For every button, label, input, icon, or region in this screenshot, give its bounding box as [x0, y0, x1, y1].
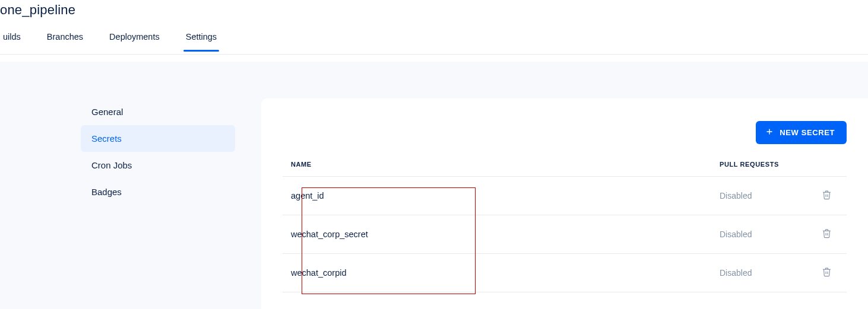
table-header-row: NAME PULL REQUESTS [283, 161, 847, 177]
sidemenu-item-cron-jobs[interactable]: Cron Jobs [81, 152, 235, 179]
secret-name: wechat_corp_secret [291, 230, 720, 239]
secret-name: agent_id [291, 191, 720, 200]
page-title: one_pipeline [0, 2, 868, 18]
sidemenu-item-badges[interactable]: Badges [81, 179, 235, 205]
table-header-pull-requests: PULL REQUESTS [720, 161, 815, 168]
tab-deployments[interactable]: Deployments [108, 32, 161, 51]
sidemenu-item-secrets[interactable]: Secrets [81, 125, 235, 152]
trash-icon [822, 267, 832, 279]
table-row: agent_id Disabled [283, 177, 847, 215]
secrets-table: NAME PULL REQUESTS agent_id Disabled wec… [283, 161, 847, 292]
new-secret-button[interactable]: NEW SECRET [756, 121, 847, 144]
delete-secret-button[interactable] [815, 267, 838, 279]
tab-settings[interactable]: Settings [185, 32, 218, 51]
table-row: wechat_corp_secret Disabled [283, 215, 847, 254]
content-area: General Secrets Cron Jobs Badges NEW SEC… [0, 62, 868, 309]
table-row: wechat_corpid Disabled [283, 254, 847, 292]
secret-pull-requests: Disabled [720, 268, 815, 278]
tab-branches[interactable]: Branches [46, 32, 84, 51]
secret-name: wechat_corpid [291, 268, 720, 278]
sidemenu-item-general[interactable]: General [81, 98, 235, 125]
trash-icon [822, 228, 832, 240]
table-header-name: NAME [291, 161, 720, 168]
secret-pull-requests: Disabled [720, 191, 815, 200]
tabs-container: uilds Branches Deployments Settings [0, 32, 868, 55]
settings-sidemenu: General Secrets Cron Jobs Badges [0, 98, 261, 309]
delete-secret-button[interactable] [815, 190, 838, 202]
tab-builds[interactable]: uilds [2, 32, 22, 51]
plus-icon [765, 128, 774, 138]
secret-pull-requests: Disabled [720, 230, 815, 239]
trash-icon [822, 190, 832, 202]
new-secret-label: NEW SECRET [780, 128, 835, 137]
secrets-panel: NEW SECRET NAME PULL REQUESTS agent_id D… [261, 98, 868, 309]
delete-secret-button[interactable] [815, 228, 838, 240]
